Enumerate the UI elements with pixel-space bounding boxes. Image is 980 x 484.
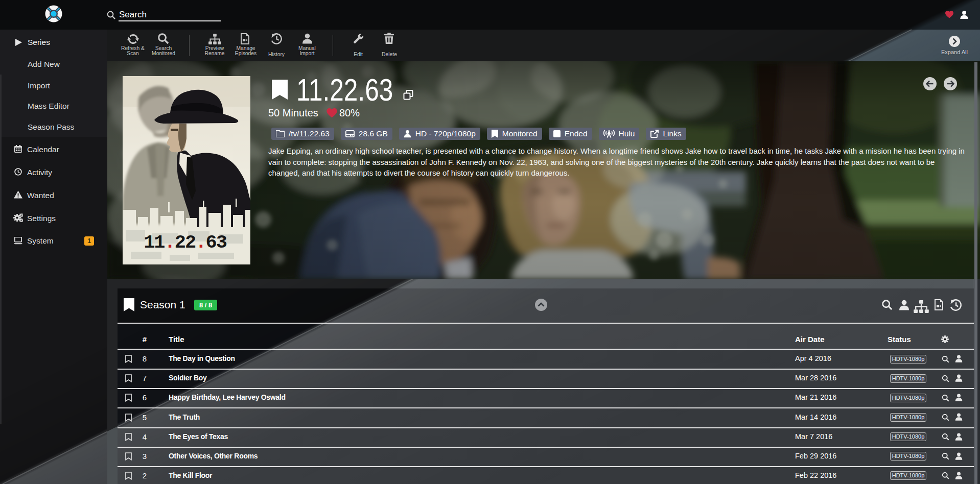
svg-text:11.22.63: 11.22.63	[144, 232, 226, 253]
